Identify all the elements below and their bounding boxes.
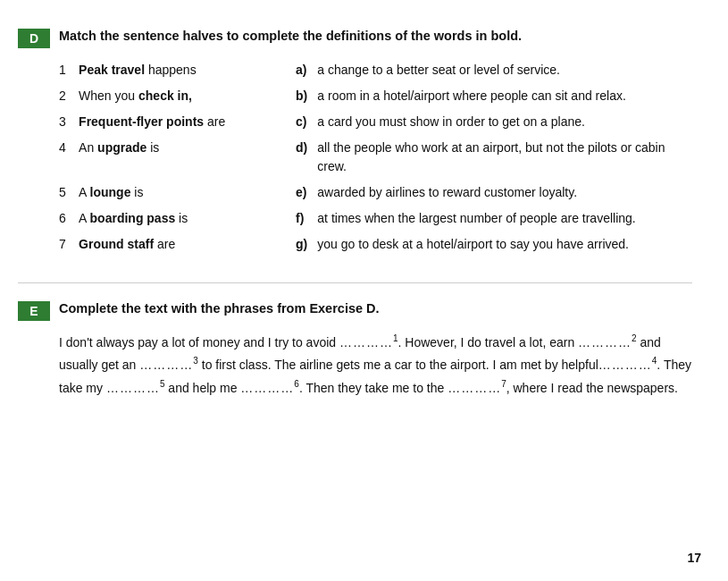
left-cell: When you check in,	[79, 83, 296, 109]
letter-cell: d)	[296, 135, 317, 180]
section-e-title: Complete the text with the phrases from …	[59, 299, 692, 317]
right-cell: at times when the largest number of peop…	[317, 206, 692, 232]
section-divider	[18, 282, 692, 283]
left-cell: A boarding pass is	[79, 206, 296, 232]
letter-cell: a)	[296, 57, 317, 83]
table-row: 1 Peak travel happens a) a change to a b…	[59, 57, 692, 83]
row-num: 1	[59, 57, 79, 83]
left-cell: Ground staff are	[79, 232, 296, 257]
left-cell: Frequent-flyer points are	[79, 109, 296, 135]
section-d-content: Match the sentence halves to complete th…	[59, 27, 692, 257]
letter-cell: g)	[296, 232, 317, 257]
page-number: 17	[687, 551, 701, 565]
row-num: 6	[59, 206, 79, 232]
letter-cell: c)	[296, 109, 317, 135]
table-row: 6 A boarding pass is f) at times when th…	[59, 206, 692, 232]
row-num: 4	[59, 135, 79, 180]
right-cell: awarded by airlines to reward customer l…	[317, 180, 692, 206]
row-num: 3	[59, 109, 79, 135]
table-row: 3 Frequent-flyer points are c) a card yo…	[59, 109, 692, 135]
right-cell: all the people who work at an airport, b…	[317, 135, 692, 180]
match-table: 1 Peak travel happens a) a change to a b…	[59, 57, 692, 257]
letter-cell: e)	[296, 180, 317, 206]
table-row: 5 A lounge is e) awarded by airlines to …	[59, 180, 692, 206]
table-row: 7 Ground staff are g) you go to desk at …	[59, 232, 692, 257]
section-d-title: Match the sentence halves to complete th…	[59, 27, 692, 45]
left-cell: Peak travel happens	[79, 57, 296, 83]
exercise-e-paragraph: I don't always pay a lot of money and I …	[59, 331, 692, 399]
left-cell: A lounge is	[79, 180, 296, 206]
right-cell: a card you must show in order to get on …	[317, 109, 692, 135]
section-d-label: D	[18, 29, 50, 48]
row-num: 2	[59, 83, 79, 109]
table-row: 4 An upgrade is d) all the people who wo…	[59, 135, 692, 180]
table-row: 2 When you check in, b) a room in a hote…	[59, 83, 692, 109]
section-e: E Complete the text with the phrases fro…	[18, 299, 692, 399]
page: D Match the sentence halves to complete …	[0, 0, 728, 581]
row-num: 7	[59, 232, 79, 257]
right-cell: a change to a better seat or level of se…	[317, 57, 692, 83]
letter-cell: f)	[296, 206, 317, 232]
right-cell: a room in a hotel/airport where people c…	[317, 83, 692, 109]
section-e-label: E	[18, 301, 50, 321]
section-e-content: Complete the text with the phrases from …	[59, 299, 692, 399]
right-cell: you go to desk at a hotel/airport to say…	[317, 232, 692, 257]
row-num: 5	[59, 180, 79, 206]
left-cell: An upgrade is	[79, 135, 296, 180]
section-d: D Match the sentence halves to complete …	[18, 27, 692, 257]
letter-cell: b)	[296, 83, 317, 109]
